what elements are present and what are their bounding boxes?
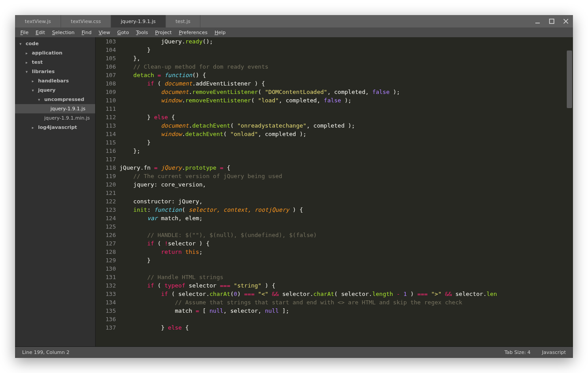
code-line[interactable]: window.detachEvent( "onload", completed … (119, 130, 573, 138)
app-window: textView.jstextView.cssjquery-1.9.1.jste… (15, 15, 573, 358)
menu-selection[interactable]: Selection (50, 29, 77, 36)
folder-code[interactable]: code (15, 39, 95, 48)
syntax-language[interactable]: Javascript (542, 350, 566, 355)
line-number: 135 (96, 307, 116, 315)
line-number: 104 (96, 46, 116, 54)
code-line[interactable]: } (119, 138, 573, 147)
tree-item-label: libraries (32, 69, 54, 74)
line-number: 128 (96, 248, 116, 256)
code-line[interactable] (119, 155, 573, 163)
cursor-position[interactable]: Line 199, Column 2 (22, 350, 504, 355)
line-number: 113 (96, 121, 116, 130)
disclosure-arrow-icon (32, 125, 36, 130)
code-line[interactable]: // Handle HTML strings (119, 273, 573, 281)
menu-file[interactable]: File (18, 29, 31, 36)
code-line[interactable]: jQuery.fn = jQuery.prototype = { (119, 163, 573, 172)
menu-find[interactable]: Find (79, 29, 94, 36)
tree-item-label: test (32, 59, 43, 65)
menu-goto[interactable]: Goto (115, 29, 131, 36)
minimize-button[interactable] (533, 17, 542, 26)
code-line[interactable] (119, 189, 573, 197)
code-line[interactable]: match = [ null, selector, null ]; (119, 307, 573, 315)
code-line[interactable]: init: function( selector, context, rootj… (119, 206, 573, 214)
code-line[interactable]: var match, elem; (119, 214, 573, 222)
code-line[interactable]: } (119, 46, 573, 54)
code-area[interactable]: jQuery.ready(); } }, // Clean-up method … (119, 37, 573, 346)
tree-item-label: application (32, 50, 62, 56)
folder-log4javascript[interactable]: log4javascript (15, 123, 95, 132)
tab-textview-js[interactable]: textView.js (15, 15, 61, 27)
code-line[interactable]: jquery: core_version, (119, 180, 573, 189)
line-number: 111 (96, 105, 116, 113)
disclosure-arrow-icon (19, 42, 24, 46)
folder-handlebars[interactable]: handlebars (15, 76, 95, 85)
code-line[interactable]: if ( document.addEventListener ) { (119, 79, 573, 88)
line-number: 108 (96, 79, 116, 88)
code-line[interactable]: // The current version of jQuery being u… (119, 172, 573, 180)
menu-edit[interactable]: Edit (33, 29, 47, 36)
code-line[interactable]: if ( !selector ) { (119, 239, 573, 248)
folder-test[interactable]: test (15, 58, 95, 67)
tab-jquery-1-9-1-js[interactable]: jquery-1.9.1.js (111, 15, 166, 27)
menu-tools[interactable]: Tools (133, 29, 150, 36)
maximize-button[interactable] (547, 17, 556, 26)
line-number: 112 (96, 113, 116, 121)
tab-textview-css[interactable]: textView.css (61, 15, 111, 27)
tabs-container: textView.jstextView.cssjquery-1.9.1.jste… (15, 15, 200, 27)
menu-help[interactable]: Help (212, 29, 228, 36)
file-jquery-1-9-1-js[interactable]: jquery-1.9.1.js (15, 104, 95, 113)
code-line[interactable]: } else { (119, 323, 573, 332)
folder-libraries[interactable]: libraries (15, 67, 95, 76)
status-bar: Line 199, Column 2 Tab Size: 4 Javascrip… (15, 346, 573, 358)
code-line[interactable]: }, (119, 54, 573, 62)
code-line[interactable]: } (119, 256, 573, 264)
code-line[interactable]: // HANDLE: $(""), $(null), $(undefined),… (119, 231, 573, 239)
code-line[interactable]: document.detachEvent( "onreadystatechang… (119, 121, 573, 130)
line-number: 125 (96, 222, 116, 231)
line-number: 119 (96, 172, 116, 180)
code-editor[interactable]: 1031041051061071081091101111121131141151… (96, 37, 573, 346)
line-number: 134 (96, 298, 116, 307)
line-number: 126 (96, 231, 116, 239)
line-number: 122 (96, 197, 116, 206)
code-line[interactable]: // Assume that strings that start and en… (119, 298, 573, 307)
tab-size-indicator[interactable]: Tab Size: 4 (504, 350, 530, 355)
line-number: 110 (96, 96, 116, 105)
close-button[interactable] (561, 17, 570, 26)
code-line[interactable]: if ( selector.charAt(0) === "<" && selec… (119, 290, 573, 298)
folder-jquery[interactable]: jquery (15, 85, 95, 95)
code-line[interactable]: }; (119, 147, 573, 155)
code-line[interactable]: constructor: jQuery, (119, 197, 573, 206)
tab-test-js[interactable]: test.js (166, 15, 200, 27)
code-line[interactable]: window.removeEventListener( "load", comp… (119, 96, 573, 105)
tree-item-label: uncompressed (44, 97, 84, 102)
file-jquery-1-9-1-min-js[interactable]: jquery-1.9.1.min.js (15, 113, 95, 123)
code-line[interactable]: } else { (119, 113, 573, 121)
code-line[interactable]: if ( typeof selector === "string" ) { (119, 281, 573, 290)
code-line[interactable]: return this; (119, 248, 573, 256)
code-line[interactable]: document.removeEventListener( "DOMConten… (119, 88, 573, 96)
file-tree-sidebar[interactable]: codeapplicationtestlibrarieshandlebarsjq… (15, 37, 96, 346)
code-line[interactable]: // Clean-up method for dom ready events (119, 62, 573, 71)
menu-project[interactable]: Project (153, 29, 175, 36)
disclosure-arrow-icon (32, 88, 36, 93)
line-number: 116 (96, 147, 116, 155)
folder-uncompressed[interactable]: uncompressed (15, 95, 95, 104)
line-number: 137 (96, 323, 116, 332)
line-number: 105 (96, 54, 116, 62)
line-number: 130 (96, 264, 116, 273)
code-line[interactable] (119, 222, 573, 231)
folder-application[interactable]: application (15, 48, 95, 58)
code-line[interactable] (119, 105, 573, 113)
vertical-scrollbar[interactable] (567, 51, 572, 108)
line-number: 136 (96, 315, 116, 323)
code-line[interactable]: detach = function() { (119, 71, 573, 79)
code-line[interactable]: jQuery.ready(); (119, 37, 573, 46)
tree-item-label: jquery-1.9.1.min.js (44, 115, 90, 121)
line-number-gutter: 1031041051061071081091101111121131141151… (96, 37, 119, 346)
menu-view[interactable]: View (96, 29, 113, 36)
code-line[interactable] (119, 264, 573, 273)
menu-preferences[interactable]: Preferences (176, 29, 210, 36)
code-line[interactable] (119, 315, 573, 323)
tree-item-label: code (26, 41, 38, 47)
